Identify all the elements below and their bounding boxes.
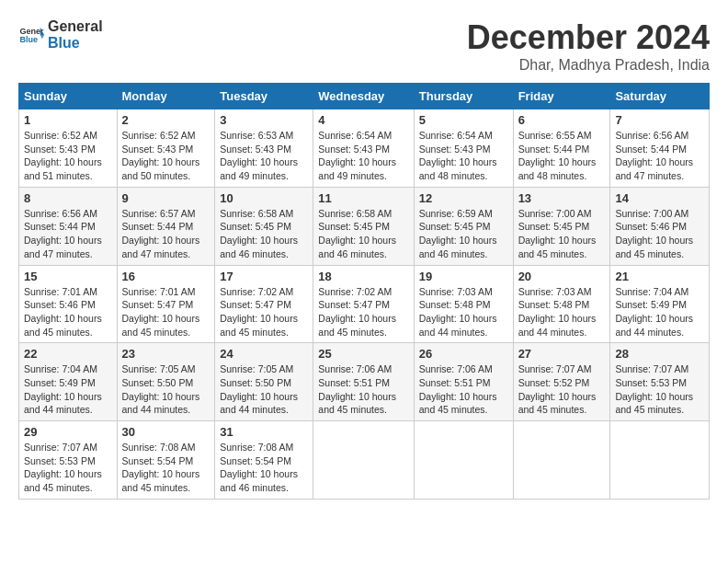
day-info: Sunrise: 7:00 AM Sunset: 5:46 PM Dayligh… bbox=[615, 208, 693, 259]
header-friday: Friday bbox=[513, 84, 610, 109]
table-row: 4 Sunrise: 6:54 AM Sunset: 5:43 PM Dayli… bbox=[313, 109, 414, 188]
day-number: 15 bbox=[24, 270, 112, 283]
table-row: 31 Sunrise: 7:08 AM Sunset: 5:54 PM Dayl… bbox=[215, 421, 313, 500]
table-row: 14 Sunrise: 7:00 AM Sunset: 5:46 PM Dayl… bbox=[610, 187, 710, 265]
day-info: Sunrise: 6:53 AM Sunset: 5:43 PM Dayligh… bbox=[220, 130, 298, 181]
calendar-subtitle: Dhar, Madhya Pradesh, India bbox=[467, 57, 710, 74]
day-number: 24 bbox=[220, 347, 308, 361]
day-number: 7 bbox=[615, 113, 704, 127]
calendar-week-row: 29 Sunrise: 7:07 AM Sunset: 5:53 PM Dayl… bbox=[19, 421, 710, 500]
day-number: 27 bbox=[518, 347, 606, 361]
day-number: 4 bbox=[318, 113, 408, 127]
day-info: Sunrise: 7:08 AM Sunset: 5:54 PM Dayligh… bbox=[220, 442, 298, 493]
day-info: Sunrise: 7:00 AM Sunset: 5:45 PM Dayligh… bbox=[518, 208, 597, 259]
day-number: 12 bbox=[419, 191, 508, 205]
table-row bbox=[513, 421, 610, 500]
table-row: 6 Sunrise: 6:55 AM Sunset: 5:44 PM Dayli… bbox=[513, 109, 610, 188]
weekday-header-row: Sunday Monday Tuesday Wednesday Thursday… bbox=[19, 84, 710, 109]
day-info: Sunrise: 7:01 AM Sunset: 5:46 PM Dayligh… bbox=[24, 286, 102, 338]
day-number: 13 bbox=[518, 191, 606, 205]
table-row: 27 Sunrise: 7:07 AM Sunset: 5:52 PM Dayl… bbox=[513, 343, 610, 421]
table-row: 7 Sunrise: 6:56 AM Sunset: 5:44 PM Dayli… bbox=[610, 109, 710, 188]
header-tuesday: Tuesday bbox=[215, 84, 313, 109]
day-info: Sunrise: 7:05 AM Sunset: 5:50 PM Dayligh… bbox=[122, 363, 200, 415]
day-info: Sunrise: 7:02 AM Sunset: 5:47 PM Dayligh… bbox=[220, 286, 298, 338]
table-row: 5 Sunrise: 6:54 AM Sunset: 5:43 PM Dayli… bbox=[414, 109, 513, 188]
calendar-week-row: 8 Sunrise: 6:56 AM Sunset: 5:44 PM Dayli… bbox=[19, 187, 710, 265]
table-row: 21 Sunrise: 7:04 AM Sunset: 5:49 PM Dayl… bbox=[610, 265, 710, 343]
day-number: 21 bbox=[615, 270, 704, 283]
table-row: 20 Sunrise: 7:03 AM Sunset: 5:48 PM Dayl… bbox=[513, 265, 610, 343]
table-row bbox=[610, 421, 710, 500]
day-info: Sunrise: 6:58 AM Sunset: 5:45 PM Dayligh… bbox=[220, 208, 298, 259]
table-row: 24 Sunrise: 7:05 AM Sunset: 5:50 PM Dayl… bbox=[215, 343, 313, 421]
table-row: 8 Sunrise: 6:56 AM Sunset: 5:44 PM Dayli… bbox=[19, 187, 118, 265]
table-row: 1 Sunrise: 6:52 AM Sunset: 5:43 PM Dayli… bbox=[19, 109, 118, 188]
day-info: Sunrise: 6:57 AM Sunset: 5:44 PM Dayligh… bbox=[122, 208, 200, 259]
day-number: 2 bbox=[122, 113, 210, 127]
table-row: 18 Sunrise: 7:02 AM Sunset: 5:47 PM Dayl… bbox=[313, 265, 414, 343]
header-sunday: Sunday bbox=[19, 84, 118, 109]
table-row: 15 Sunrise: 7:01 AM Sunset: 5:46 PM Dayl… bbox=[19, 265, 118, 343]
day-info: Sunrise: 6:59 AM Sunset: 5:45 PM Dayligh… bbox=[419, 208, 497, 259]
table-row: 28 Sunrise: 7:07 AM Sunset: 5:53 PM Dayl… bbox=[610, 343, 710, 421]
table-row: 19 Sunrise: 7:03 AM Sunset: 5:48 PM Dayl… bbox=[414, 265, 513, 343]
day-number: 16 bbox=[122, 270, 210, 283]
calendar-week-row: 15 Sunrise: 7:01 AM Sunset: 5:46 PM Dayl… bbox=[19, 265, 710, 343]
table-row: 16 Sunrise: 7:01 AM Sunset: 5:47 PM Dayl… bbox=[117, 265, 215, 343]
day-number: 23 bbox=[122, 347, 210, 361]
day-number: 29 bbox=[24, 425, 112, 439]
day-info: Sunrise: 7:05 AM Sunset: 5:50 PM Dayligh… bbox=[220, 363, 298, 415]
title-area: December 2024 Dhar, Madhya Pradesh, Indi… bbox=[467, 18, 710, 74]
day-number: 8 bbox=[24, 191, 112, 205]
day-number: 14 bbox=[615, 191, 704, 205]
table-row: 3 Sunrise: 6:53 AM Sunset: 5:43 PM Dayli… bbox=[215, 109, 313, 188]
day-info: Sunrise: 7:06 AM Sunset: 5:51 PM Dayligh… bbox=[318, 363, 396, 415]
day-number: 6 bbox=[518, 113, 606, 127]
day-info: Sunrise: 7:04 AM Sunset: 5:49 PM Dayligh… bbox=[24, 363, 102, 415]
table-row: 23 Sunrise: 7:05 AM Sunset: 5:50 PM Dayl… bbox=[117, 343, 215, 421]
table-row: 30 Sunrise: 7:08 AM Sunset: 5:54 PM Dayl… bbox=[117, 421, 215, 500]
day-number: 20 bbox=[518, 270, 606, 283]
day-info: Sunrise: 7:08 AM Sunset: 5:54 PM Dayligh… bbox=[122, 442, 200, 493]
day-number: 28 bbox=[615, 347, 704, 361]
day-info: Sunrise: 6:56 AM Sunset: 5:44 PM Dayligh… bbox=[615, 130, 693, 181]
day-info: Sunrise: 6:52 AM Sunset: 5:43 PM Dayligh… bbox=[24, 130, 102, 181]
day-number: 19 bbox=[419, 270, 508, 283]
table-row bbox=[414, 421, 513, 500]
header-thursday: Thursday bbox=[414, 84, 513, 109]
table-row: 29 Sunrise: 7:07 AM Sunset: 5:53 PM Dayl… bbox=[19, 421, 118, 500]
header-monday: Monday bbox=[117, 84, 215, 109]
day-info: Sunrise: 6:56 AM Sunset: 5:44 PM Dayligh… bbox=[24, 208, 102, 259]
table-row: 26 Sunrise: 7:06 AM Sunset: 5:51 PM Dayl… bbox=[414, 343, 513, 421]
day-info: Sunrise: 7:03 AM Sunset: 5:48 PM Dayligh… bbox=[518, 286, 597, 338]
day-number: 1 bbox=[24, 113, 112, 127]
day-info: Sunrise: 7:03 AM Sunset: 5:48 PM Dayligh… bbox=[419, 286, 497, 338]
table-row: 9 Sunrise: 6:57 AM Sunset: 5:44 PM Dayli… bbox=[117, 187, 215, 265]
table-row: 17 Sunrise: 7:02 AM Sunset: 5:47 PM Dayl… bbox=[215, 265, 313, 343]
day-info: Sunrise: 7:07 AM Sunset: 5:53 PM Dayligh… bbox=[615, 363, 693, 415]
header-saturday: Saturday bbox=[610, 84, 710, 109]
day-info: Sunrise: 6:52 AM Sunset: 5:43 PM Dayligh… bbox=[122, 130, 200, 181]
calendar-header: General Blue General Blue December 2024 … bbox=[18, 18, 710, 74]
day-info: Sunrise: 7:02 AM Sunset: 5:47 PM Dayligh… bbox=[318, 286, 396, 338]
day-number: 10 bbox=[220, 191, 308, 205]
day-info: Sunrise: 6:54 AM Sunset: 5:43 PM Dayligh… bbox=[419, 130, 497, 181]
table-row: 11 Sunrise: 6:58 AM Sunset: 5:45 PM Dayl… bbox=[313, 187, 414, 265]
table-row: 13 Sunrise: 7:00 AM Sunset: 5:45 PM Dayl… bbox=[513, 187, 610, 265]
day-info: Sunrise: 6:58 AM Sunset: 5:45 PM Dayligh… bbox=[318, 208, 396, 259]
svg-marker-3 bbox=[40, 35, 44, 39]
day-number: 9 bbox=[122, 191, 210, 205]
table-row bbox=[313, 421, 414, 500]
svg-text:Blue: Blue bbox=[19, 35, 38, 44]
day-info: Sunrise: 7:04 AM Sunset: 5:49 PM Dayligh… bbox=[615, 286, 693, 338]
day-info: Sunrise: 7:07 AM Sunset: 5:52 PM Dayligh… bbox=[518, 363, 597, 415]
day-info: Sunrise: 6:55 AM Sunset: 5:44 PM Dayligh… bbox=[518, 130, 597, 181]
day-info: Sunrise: 6:54 AM Sunset: 5:43 PM Dayligh… bbox=[318, 130, 396, 181]
day-number: 31 bbox=[220, 425, 308, 439]
day-number: 11 bbox=[318, 191, 408, 205]
day-number: 26 bbox=[419, 347, 508, 361]
table-row: 10 Sunrise: 6:58 AM Sunset: 5:45 PM Dayl… bbox=[215, 187, 313, 265]
day-number: 22 bbox=[24, 347, 112, 361]
table-row: 25 Sunrise: 7:06 AM Sunset: 5:51 PM Dayl… bbox=[313, 343, 414, 421]
